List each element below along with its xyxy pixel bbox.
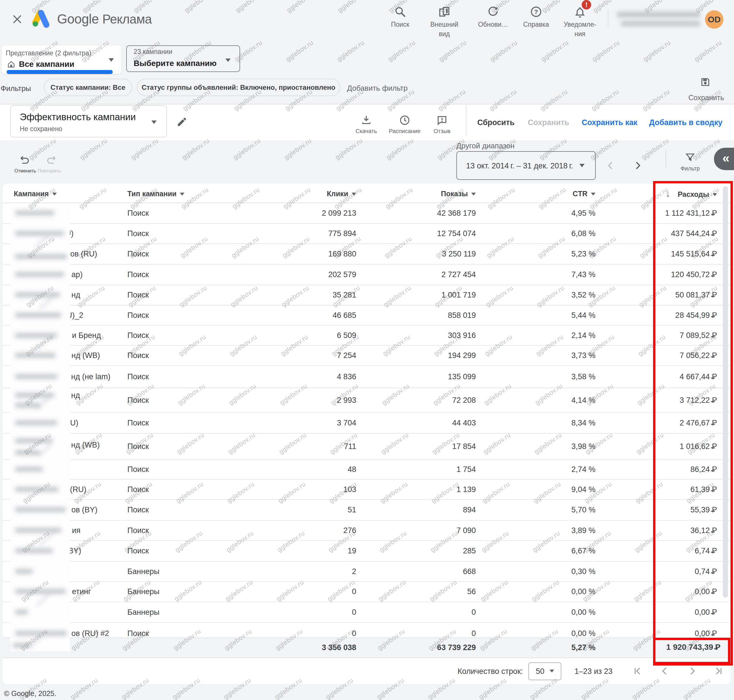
svg-text:?: ? [534, 8, 538, 16]
